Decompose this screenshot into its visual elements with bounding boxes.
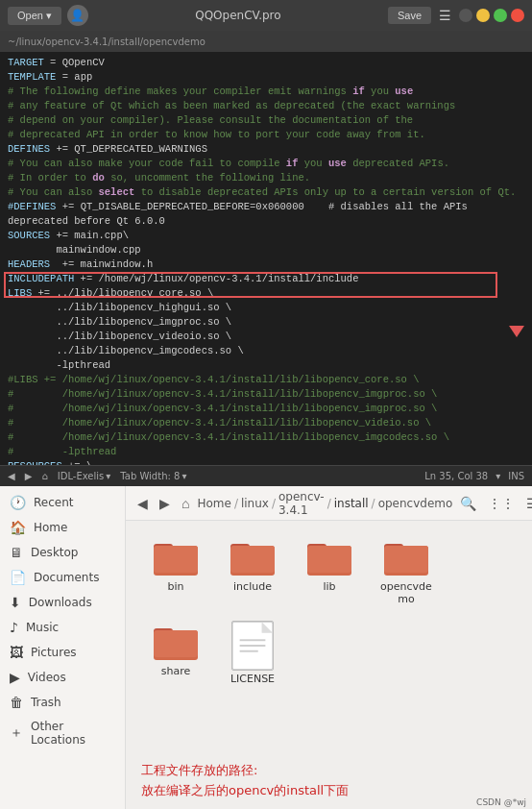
titlebar-left: Open ▾ 👤 <box>8 5 88 26</box>
folder-icon-include <box>228 536 278 578</box>
maximize-button[interactable] <box>494 9 507 22</box>
code-line: TARGET = QOpenCV <box>8 56 524 70</box>
code-line: -lpthread <box>8 358 524 373</box>
code-line: # /home/wj/linux/opencv-3.4.1/install/li… <box>8 416 524 430</box>
file-label-bin: bin <box>167 580 183 593</box>
code-line: ../lib/libopencv_imgproc.so \ <box>8 315 524 330</box>
code-line: # You can also select to disable depreca… <box>8 185 524 200</box>
idl-dropdown[interactable]: IDL-Exelis▾ <box>58 471 111 481</box>
home-button[interactable]: ⌂ <box>178 494 193 513</box>
sidebar-label-other-locations: Other Locations <box>31 720 115 747</box>
svg-rect-5 <box>230 546 275 573</box>
code-line: ../lib/libopencv_imgcodecs.so \ <box>8 344 524 358</box>
statusbar-left: ◀ ▶ ⌂ IDL-Exelis▾ Tab Width: 8▾ <box>8 471 186 481</box>
svg-rect-14 <box>154 630 198 657</box>
sidebar-item-pictures[interactable]: 🖼 Pictures <box>0 640 125 665</box>
sidebar: 🕐 Recent 🏠 Home 🖥 Desktop 📄 Documents ⬇ … <box>0 486 126 809</box>
sidebar-item-desktop[interactable]: 🖥 Desktop <box>0 540 125 565</box>
file-label-license: LICENSE <box>230 673 275 685</box>
videos-icon: ▶ <box>10 670 20 685</box>
sidebar-label-recent: Recent <box>34 496 73 509</box>
search-button[interactable]: 🔍 <box>456 494 480 513</box>
sidebar-item-home[interactable]: 🏠 Home <box>0 515 125 540</box>
file-item-license[interactable]: LICENSE <box>218 617 287 689</box>
file-grid: bin include <box>126 521 532 753</box>
code-line: #DEFINES += QT_DISABLE_DEPRECATED_BEFORE… <box>8 200 524 214</box>
file-toolbar: ◀ ▶ ⌂ Home / linux / opencv-3.4.1 / inst… <box>126 486 532 521</box>
sidebar-item-trash[interactable]: 🗑 Trash <box>0 690 125 715</box>
sidebar-label-trash: Trash <box>31 696 61 709</box>
view-toggle-button[interactable]: ⋮⋮ <box>484 494 519 513</box>
breadcrumb-bar: Home / linux / opencv-3.4.1 / install / … <box>197 490 452 517</box>
minimize-button[interactable] <box>476 9 490 22</box>
window-controls <box>459 9 524 22</box>
breadcrumb-linux[interactable]: linux <box>241 497 269 510</box>
file-item-bin[interactable]: bin <box>141 532 210 609</box>
code-editor[interactable]: TARGET = QOpenCV TEMPLATE = app # The fo… <box>0 52 532 465</box>
downloads-icon: ⬇ <box>10 595 21 610</box>
file-manager: 🕐 Recent 🏠 Home 🖥 Desktop 📄 Documents ⬇ … <box>0 486 532 809</box>
desktop-icon: 🖥 <box>10 545 23 560</box>
code-line: LIBS += ../lib/libopencv_core.so \ <box>8 286 524 301</box>
code-line: TEMPLATE = app <box>8 70 524 85</box>
svg-rect-8 <box>307 546 351 573</box>
tab-width-dropdown[interactable]: Tab Width: 8▾ <box>120 471 186 481</box>
sidebar-label-documents: Documents <box>34 571 99 584</box>
window-title: QQOpenCV.pro <box>195 9 280 22</box>
nav-forward[interactable]: ▶ <box>25 471 33 481</box>
cursor-position: Ln 35, Col 38 <box>424 471 488 481</box>
trash-icon: 🗑 <box>10 695 23 710</box>
watermark: CSDN @*wj <box>476 797 526 807</box>
breadcrumb-home[interactable]: Home <box>197 497 230 510</box>
sidebar-item-other-locations[interactable]: ＋ Other Locations <box>0 715 125 751</box>
sidebar-item-music[interactable]: ♪ Music <box>0 615 125 640</box>
file-label-share: share <box>161 665 191 677</box>
svg-rect-2 <box>154 546 198 573</box>
file-item-include[interactable]: include <box>218 532 287 609</box>
breadcrumb-opencv[interactable]: opencv-3.4.1 <box>278 490 325 517</box>
file-item-lib[interactable]: lib <box>295 532 364 609</box>
highlighted-section: INCLUDEPATH += /home/wj/linux/opencv-3.4… <box>8 272 524 301</box>
forward-button[interactable]: ▶ <box>156 494 174 513</box>
code-line: #LIBS += /home/wj/linux/opencv-3.4.1/ins… <box>8 373 524 387</box>
code-line: DEFINES += QT_DEPRECATED_WARNINGS <box>8 142 524 157</box>
file-label-opencvdemo: opencvdemo <box>375 580 437 605</box>
sidebar-item-documents[interactable]: 📄 Documents <box>0 565 125 590</box>
open-chevron-icon: ▾ <box>46 10 52 22</box>
back-button[interactable]: ◀ <box>133 494 152 513</box>
code-line: # In order to do so, uncomment the follo… <box>8 171 524 185</box>
pictures-icon: 🖼 <box>10 645 23 660</box>
app-window: Open ▾ 👤 QQOpenCV.pro Save ☰ ~/linux/ope… <box>0 0 532 809</box>
save-button[interactable]: Save <box>388 7 431 24</box>
folder-icon-opencvdemo <box>381 536 431 578</box>
close-button[interactable] <box>511 9 524 22</box>
sidebar-label-home: Home <box>34 521 67 534</box>
file-item-share[interactable]: share <box>141 617 210 689</box>
menu-button[interactable]: ☰ <box>439 8 451 23</box>
breadcrumb-opencvdemo[interactable]: opencvdemo <box>378 497 453 510</box>
breadcrumb-install[interactable]: install <box>334 497 369 510</box>
code-line: # depend on your compiler). Please consu… <box>8 113 524 128</box>
svg-rect-11 <box>384 546 428 573</box>
position-dropdown[interactable]: ▾ <box>496 471 500 481</box>
sidebar-item-downloads[interactable]: ⬇ Downloads <box>0 590 125 615</box>
code-line: ../lib/libopencv_videoio.so \ <box>8 330 524 344</box>
sidebar-item-recent[interactable]: 🕐 Recent <box>0 490 125 515</box>
wc-hidden <box>459 9 472 22</box>
file-label-lib: lib <box>323 580 335 593</box>
nav-back[interactable]: ◀ <box>8 471 15 481</box>
sidebar-item-videos[interactable]: ▶ Videos <box>0 665 125 690</box>
music-icon: ♪ <box>10 620 18 635</box>
folder-icon-share <box>151 621 201 663</box>
file-path: ~/linux/opencv-3.4.1/install/opencvdemo <box>8 37 206 47</box>
code-line: SOURCES += main.cpp\ <box>8 229 524 243</box>
titlebar: Open ▾ 👤 QQOpenCV.pro Save ☰ <box>0 0 532 31</box>
file-item-opencvdemo[interactable]: opencvdemo <box>372 532 441 609</box>
editor-statusbar: ◀ ▶ ⌂ IDL-Exelis▾ Tab Width: 8▾ Ln 35, C… <box>0 465 532 486</box>
sidebar-label-music: Music <box>26 621 59 634</box>
code-line: # /home/wj/linux/opencv-3.4.1/install/li… <box>8 402 524 416</box>
folder-icon-lib <box>304 536 354 578</box>
menu-more-button[interactable]: ☰ <box>522 494 532 513</box>
path-bar: ~/linux/opencv-3.4.1/install/opencvdemo <box>0 31 532 52</box>
open-button[interactable]: Open ▾ <box>8 7 61 25</box>
